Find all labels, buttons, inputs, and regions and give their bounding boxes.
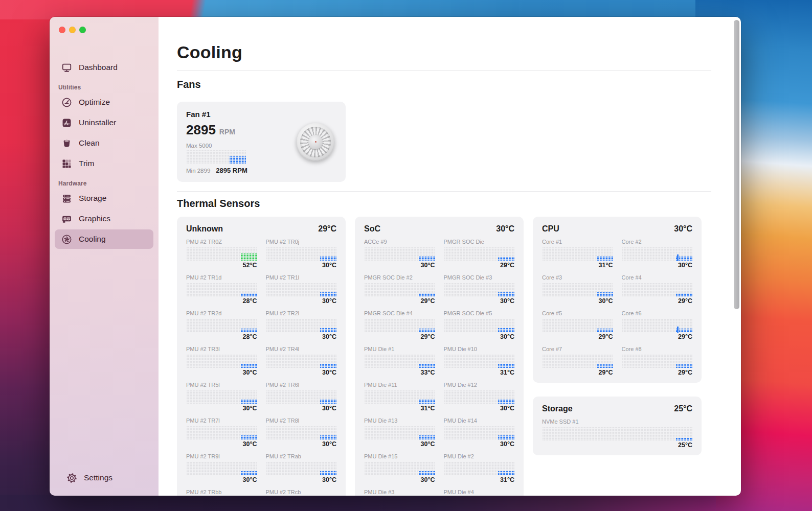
sensor-pmu-2-tr1l: PMU #2 TR1l30°C — [266, 274, 337, 305]
sensor-label: PMU Die #1 — [364, 346, 435, 353]
sensor-temp: 30°C — [266, 333, 337, 340]
sensor-history-bar — [364, 390, 435, 404]
sensor-label: PMU Die #14 — [444, 417, 515, 424]
close-button[interactable] — [59, 27, 65, 33]
sidebar-item-settings[interactable]: Settings — [60, 468, 148, 487]
sidebar-item-label: Trim — [79, 159, 94, 168]
sensor-fill — [596, 364, 613, 368]
sensor-temp: 30°C — [444, 297, 515, 305]
fan-min-label: Min 2899 — [186, 168, 210, 174]
thermal-card-temp: 25°C — [674, 404, 692, 413]
sensor-pmu-2-tr0z: PMU #2 TR0Z52°C — [186, 239, 257, 269]
sensor-label: PMU #2 TR1l — [266, 274, 337, 281]
sensor-fill — [240, 471, 257, 476]
sidebar-section-hardware: Hardware — [58, 180, 159, 187]
minimize-button[interactable] — [69, 27, 76, 33]
thermal-card-title: Unknown — [186, 224, 223, 234]
fan-name: Fan #1 — [186, 110, 297, 119]
sensor-fill — [320, 328, 336, 333]
sensor-history-bar — [444, 462, 515, 476]
sensor-label: PMGR SOC Die #2 — [364, 274, 435, 281]
sensor-history-bar — [622, 283, 693, 297]
sensor-label: PMGR SOC Die #3 — [444, 274, 515, 281]
sensor-fill — [418, 329, 435, 333]
sensor-fill — [320, 400, 336, 404]
sensor-temp: 30°C — [266, 369, 337, 376]
bucket-icon — [61, 138, 72, 149]
sensor-pmu-2-tr1d: PMU #2 TR1d28°C — [186, 274, 257, 305]
sensor-fill — [240, 400, 257, 404]
sidebar-item-cooling[interactable]: Cooling — [55, 229, 153, 249]
sidebar-item-clean[interactable]: Clean — [55, 133, 153, 153]
sensor-label: PMU Die #11 — [364, 382, 435, 388]
sensor-history-bar — [542, 247, 613, 261]
sidebar-item-optimize[interactable]: Optimize — [55, 92, 153, 112]
sidebar-item-uninstaller[interactable]: Uninstaller — [55, 113, 153, 132]
sensor-label: PMU Die #15 — [364, 453, 435, 460]
thermal-card-temp: 30°C — [496, 224, 514, 234]
sensor-label: PMU #2 TR8l — [266, 417, 337, 424]
sensor-history-bar — [186, 247, 257, 261]
sensor-fill — [418, 363, 435, 368]
sensor-fill — [320, 257, 336, 261]
sensor-fill — [240, 253, 257, 261]
sensor-history-bar — [266, 355, 337, 368]
sidebar-item-graphics[interactable]: Graphics — [55, 209, 153, 228]
thermal-card-title: SoC — [364, 224, 380, 234]
sensor-core-3: Core #330°C — [542, 274, 613, 305]
sensor-temp: 29°C — [444, 262, 515, 269]
sensor-fill — [675, 293, 692, 297]
sensor-label: PMU #2 TR6l — [266, 382, 337, 388]
thermal-card-cpu: CPU30°CCore #131°CCore #230°CCore #330°C… — [533, 217, 702, 383]
sensor-label: PMGR SOC Die #4 — [364, 310, 435, 317]
sensor-label: Core #6 — [622, 310, 693, 317]
sensor-pmgr-soc-die: PMGR SOC Die29°C — [444, 239, 515, 269]
sensor-pmu-die-1: PMU Die #133°C — [364, 346, 435, 376]
sensor-nvme-ssd-1: NVMe SSD #125°C — [542, 419, 692, 449]
sensor-pmu-2-tr7l: PMU #2 TR7l30°C — [186, 417, 257, 448]
sensor-history-bar — [266, 426, 337, 440]
sensor-temp: 30°C — [186, 405, 257, 412]
sensor-history-bar — [542, 355, 613, 368]
sensor-pmgr-soc-die-4: PMGR SOC Die #429°C — [364, 310, 435, 340]
thermal-card-unknown: Unknown29°CPMU #2 TR0Z52°CPMU #2 TR0j30°… — [177, 217, 346, 496]
sensor-fill — [320, 364, 336, 368]
fan-speed-bar — [186, 150, 246, 164]
sensor-pmu-2-tr2d: PMU #2 TR2d28°C — [186, 310, 257, 340]
sensor-temp: 30°C — [266, 440, 337, 448]
sensor-fill — [675, 364, 692, 368]
sensor-temp: 30°C — [444, 405, 515, 412]
sensor-fill — [498, 292, 514, 297]
sensor-label: PMU Die #4 — [444, 489, 515, 496]
sensor-temp: 29°C — [622, 297, 693, 305]
thermal-card-title: CPU — [542, 224, 559, 234]
fan-max-label: Max 5000 — [186, 143, 297, 149]
sensor-label: NVMe SSD #1 — [542, 419, 692, 425]
sensor-label: PMU #2 TR0Z — [186, 239, 257, 245]
zoom-button[interactable] — [79, 27, 86, 33]
sensor-fill — [240, 435, 257, 440]
sensor-fill — [675, 437, 692, 441]
sidebar-item-trim[interactable]: Trim — [55, 154, 153, 173]
fan-speed-fill — [229, 156, 246, 164]
sensor-history-bar — [266, 462, 337, 476]
sensor-history-bar — [542, 283, 613, 297]
sidebar-footer: Settings — [55, 467, 153, 489]
sensor-temp: 31°C — [444, 369, 515, 376]
sensor-pmu-2-trab: PMU #2 TRab30°C — [266, 453, 337, 483]
sensor-history-bar — [364, 355, 435, 368]
sensor-history-bar — [186, 426, 257, 440]
sensor-pmu-2-trcb: PMU #2 TRcb — [266, 489, 337, 496]
sensor-temp: 30°C — [444, 333, 515, 340]
fan-current-label: 2895 RPM — [216, 167, 247, 174]
sensor-history-bar — [186, 283, 257, 297]
sensor-history-bar — [266, 390, 337, 404]
sensor-core-6: Core #629°C — [622, 310, 693, 340]
sidebar-section-utilities: Utilities — [58, 84, 159, 91]
scrollbar-thumb[interactable] — [734, 20, 739, 309]
sensor-label: PMGR SOC Die #5 — [444, 310, 515, 317]
sidebar: DashboardUtilitiesOptimizeUninstallerCle… — [50, 17, 159, 496]
sidebar-item-dashboard[interactable]: Dashboard — [55, 58, 153, 77]
sidebar-item-storage[interactable]: Storage — [55, 189, 153, 208]
sensor-history-bar — [444, 390, 515, 404]
